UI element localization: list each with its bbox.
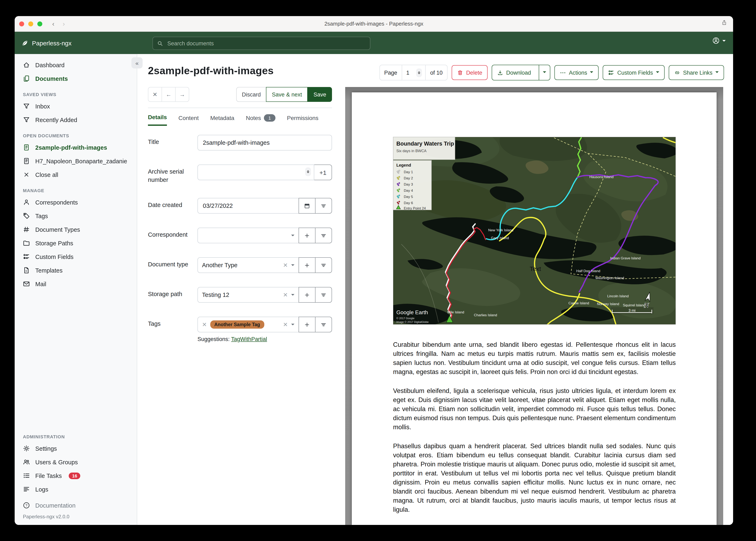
sidebar-item-dashboard[interactable]: Dashboard [15, 58, 137, 72]
tag-chip[interactable]: Another Sample Tag [210, 320, 264, 329]
sidebar-item-mail[interactable]: Mail [15, 277, 137, 291]
paperless-logo-icon [21, 39, 28, 46]
map-copyright: Image © 2017 DigitalGlobe [396, 320, 429, 323]
download-dropdown-toggle[interactable] [539, 65, 550, 80]
notes-count-badge: 1 [264, 114, 275, 122]
tab-label: Permissions [287, 114, 319, 121]
add-document-type-button[interactable] [299, 257, 315, 273]
map-label: Norway Island [597, 302, 619, 306]
sidebar-item-logs[interactable]: Logs [15, 482, 137, 496]
share-icon[interactable] [721, 19, 727, 27]
person-icon [23, 199, 30, 206]
sidebar-item-templates[interactable]: Templates [15, 264, 137, 277]
asn-stepper[interactable] [305, 168, 311, 176]
plus-icon [304, 321, 310, 327]
sidebar-item-correspondents[interactable]: Correspondents [15, 196, 137, 209]
discard-button[interactable]: Discard [236, 87, 267, 102]
correspondent-filter-button[interactable] [315, 228, 332, 243]
add-storage-path-button[interactable] [299, 287, 315, 303]
suggestions-label: Suggestions: [197, 336, 230, 342]
date-filter-button[interactable] [315, 198, 332, 214]
map-legend: Legend Day 1 [393, 161, 431, 210]
close-window-button[interactable] [19, 21, 24, 26]
map-image: Hausons Island New York Island Gary Isla… [393, 137, 676, 324]
sidebar-item-documents[interactable]: Documents [15, 72, 137, 85]
sidebar-item-open-doc-2[interactable]: H7_Napoleon_Bonaparte_zadanie [15, 154, 137, 168]
actions-button[interactable]: Actions [554, 65, 599, 80]
sidebar-item-tags[interactable]: Tags [15, 209, 137, 223]
save-and-next-button[interactable]: Save & next [266, 87, 308, 102]
tab-permissions[interactable]: Permissions [287, 114, 319, 126]
users-icon [23, 458, 30, 465]
custom-fields-button[interactable]: Custom Fields [603, 65, 665, 80]
delete-button[interactable]: Delete [452, 65, 488, 80]
add-tag-button[interactable] [299, 317, 315, 332]
window-title: 2sample-pdf-with-images - Paperless-ngx [15, 21, 733, 27]
next-document-button[interactable]: → [176, 87, 189, 101]
date-created-input[interactable] [197, 198, 299, 214]
tab-content[interactable]: Content [178, 114, 199, 126]
sidebar-item-custom-fields[interactable]: Custom Fields [15, 250, 137, 264]
sidebar-item-storage-paths[interactable]: Storage Paths [15, 236, 137, 250]
asn-plus-one-button[interactable]: +1 [314, 165, 332, 180]
storage-path-filter-button[interactable] [315, 287, 332, 303]
pdf-viewer[interactable]: Hausons Island New York Island Gary Isla… [345, 87, 723, 525]
document-type-filter-button[interactable] [315, 257, 332, 273]
user-menu[interactable] [712, 37, 726, 44]
custom-fields-icon [608, 70, 614, 76]
calendar-button[interactable] [299, 198, 315, 214]
title-input[interactable] [197, 135, 332, 151]
legend-item: Day 5 [404, 195, 413, 199]
previous-document-button[interactable]: ← [162, 87, 176, 101]
sidebar-item-inbox[interactable]: Inbox [15, 99, 137, 113]
sidebar-item-close-all[interactable]: Close all [15, 168, 137, 182]
sidebar-item-label: Documentation [35, 502, 76, 509]
sidebar-item-label: Tags [35, 213, 48, 219]
collapse-sidebar-button[interactable]: « [131, 57, 143, 68]
search-box[interactable] [152, 37, 370, 50]
sidebar-item-users-groups[interactable]: Users & Groups [15, 455, 137, 469]
tab-notes[interactable]: Notes1 [246, 114, 275, 126]
tab-details[interactable]: Details [148, 114, 167, 126]
storage-path-select[interactable]: Testing 12 ✕ [197, 287, 299, 303]
close-document-button[interactable]: ✕ [148, 87, 162, 101]
suggestion-link[interactable]: TagWithPartial [231, 336, 267, 342]
remove-tag-icon[interactable]: ✕ [202, 321, 207, 328]
file-text-icon [23, 144, 30, 151]
search-input[interactable] [167, 40, 366, 47]
sidebar-item-label: Correspondents [35, 199, 78, 206]
sidebar-item-open-doc-1[interactable]: 2sample-pdf-with-images [15, 141, 137, 154]
save-button[interactable]: Save [308, 87, 332, 102]
page-stepper[interactable] [416, 68, 422, 77]
correspondent-select[interactable] [197, 228, 299, 243]
brand[interactable]: Paperless-ngx [21, 39, 72, 46]
filter-icon [320, 262, 327, 268]
tags-filter-button[interactable] [315, 317, 332, 332]
share-links-button[interactable]: Share Links [669, 65, 724, 80]
sidebar-item-documentation[interactable]: ? Documentation [15, 499, 137, 512]
sidebar-item-settings[interactable]: Settings [15, 442, 137, 455]
sidebar-item-document-types[interactable]: Document Types [15, 223, 137, 236]
sidebar-item-file-tasks[interactable]: File Tasks 16 [15, 469, 137, 482]
page-number-input[interactable] [405, 69, 414, 76]
sidebar-item-label: Custom Fields [35, 254, 73, 260]
sidebar-item-recently-added[interactable]: Recently Added [15, 113, 137, 127]
logs-icon [23, 486, 30, 493]
sidebar: Dashboard Documents SAVED VIEWS Inbox Re… [15, 54, 137, 525]
tab-label: Metadata [210, 114, 234, 121]
clear-icon[interactable]: ✕ [283, 262, 288, 269]
zoom-window-button[interactable] [37, 21, 42, 26]
minimize-window-button[interactable] [28, 21, 33, 26]
tags-select[interactable]: ✕ Another Sample Tag ✕ [197, 317, 299, 332]
add-correspondent-button[interactable] [299, 228, 315, 243]
asn-input[interactable] [197, 165, 314, 180]
map-label: Washington Island [595, 276, 624, 280]
tab-metadata[interactable]: Metadata [210, 114, 234, 126]
download-button[interactable]: Download [492, 65, 536, 80]
sidebar-section-saved-views: SAVED VIEWS [23, 92, 129, 97]
document-type-select[interactable]: Another Type ✕ [197, 257, 299, 273]
browser-back-button[interactable]: ‹ [52, 20, 54, 27]
clear-icon[interactable]: ✕ [283, 321, 288, 328]
clear-icon[interactable]: ✕ [283, 291, 288, 298]
browser-forward-button[interactable]: › [63, 20, 65, 27]
